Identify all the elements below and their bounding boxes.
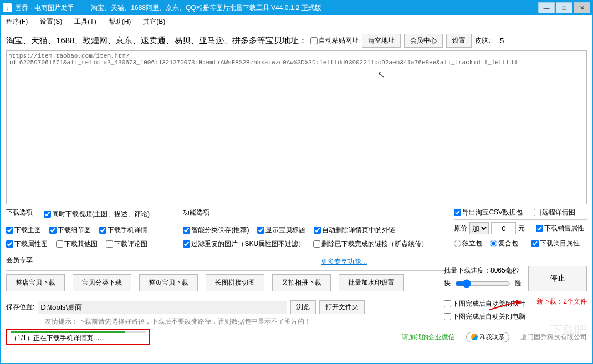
maximize-button[interactable]: □ <box>556 2 572 13</box>
func-opts-header: 功能选项 <box>183 208 448 217</box>
price-value-input[interactable] <box>491 222 516 234</box>
wechat-link[interactable]: 请加我的企业微信 <box>402 332 455 342</box>
settings-button[interactable]: 设置 <box>446 34 472 48</box>
member-center-button[interactable]: 会员中心 <box>404 34 443 48</box>
opt-review-img[interactable]: 下载评论图 <box>106 239 147 249</box>
opt-sales-attr[interactable]: 下载销售属性 <box>536 224 584 233</box>
opt-export-csv[interactable]: 导出淘宝CSV数据包 <box>454 208 523 217</box>
download-opts-header: 下载选项 <box>6 208 33 217</box>
stop-button[interactable]: 停止 <box>528 266 587 291</box>
watermark-button[interactable]: 批量加水印设置 <box>339 274 404 291</box>
skin-input[interactable] <box>494 35 510 47</box>
app-window: ↓ 固乔 - 电商图片助手 —— 淘宝、天猫、1688阿里、京东、QQ相册等图片… <box>0 0 593 364</box>
clear-url-button[interactable]: 清空地址 <box>362 34 401 48</box>
price-row: 原价 加 元 <box>454 222 525 234</box>
opt-show-title[interactable]: 显示宝贝标题 <box>257 225 305 235</box>
open-folder-button[interactable]: 打开文件夹 <box>319 300 365 314</box>
more-func-link[interactable]: 更多专享功能… <box>321 257 367 266</box>
opt-cat-attr[interactable]: 下载类目属性 <box>531 239 580 248</box>
menubar: 程序(F) 设置(S) 工具(T) 帮助(H) 其它(B) <box>1 15 592 29</box>
pkg-combo-radio[interactable]: 复合包 <box>490 239 518 248</box>
close-button[interactable]: ✕ <box>574 2 590 13</box>
opt-del-done[interactable]: 删除已下载完成的链接（断点续传） <box>313 239 428 249</box>
album-button[interactable]: 又拍相册下载 <box>272 274 331 291</box>
opt-mobile-detail[interactable]: 下载手机详情 <box>99 225 147 235</box>
url-textarea[interactable]: https://item.taobao.com/item.htm?id=6225… <box>6 50 587 204</box>
progress-bar <box>11 331 146 333</box>
menu-settings[interactable]: 设置(S) <box>40 17 62 27</box>
new-download-text: 新下载：2个文件 <box>536 297 587 321</box>
minimize-button[interactable]: — <box>538 2 555 13</box>
window-title: 固乔 - 电商图片助手 —— 淘宝、天猫、1688阿里、京东、QQ相册等图片批量… <box>15 3 321 13</box>
content: 淘宝、天猫、1688、敦煌网、京东、速卖通、易贝、亚马逊、拼多多等宝贝地址： 自… <box>1 29 592 363</box>
shop-all-button[interactable]: 整店宝贝下载 <box>6 274 65 291</box>
opt-remote-detail[interactable]: 远程详情图 <box>534 208 575 217</box>
menu-program[interactable]: 程序(F) <box>6 17 28 27</box>
titlebar: ↓ 固乔 - 电商图片助手 —— 淘宝、天猫、1688阿里、京东、QQ相册等图片… <box>1 1 592 15</box>
opt-auto-del-ext[interactable]: 自动删除详情页中的外链 <box>314 225 395 235</box>
url-label: 淘宝、天猫、1688、敦煌网、京东、速卖通、易贝、亚马逊、拼多多等宝贝地址： <box>6 35 307 46</box>
speed-slider[interactable] <box>455 279 510 288</box>
close-pc-checkbox[interactable]: 下图完成后自动关闭电脑 <box>444 312 525 321</box>
window-controls: — □ ✕ <box>537 2 590 13</box>
save-label: 保存位置: <box>6 303 34 312</box>
opt-filter-dup[interactable]: 过滤重复的图片（SKU属性图不过滤） <box>183 239 305 249</box>
save-path-input[interactable] <box>38 301 287 314</box>
progress-text: （1/1）正在下载手机详情页…… <box>11 334 146 343</box>
long-img-button[interactable]: 长图拼接切图 <box>206 274 264 291</box>
contact-badge[interactable]: 和我联系 <box>466 332 509 342</box>
progress-box: （1/1）正在下载手机详情页…… <box>6 329 150 345</box>
member-header: 会员专享 <box>6 255 33 265</box>
by-cat-button[interactable]: 宝贝分类下载 <box>73 274 131 291</box>
url-row: 淘宝、天猫、1688、敦煌网、京东、速卖通、易贝、亚马逊、拼多多等宝贝地址： 自… <box>6 34 587 48</box>
price-op-select[interactable]: 加 <box>469 222 489 234</box>
member-section: 会员专享 更多专享功能… 整店宝贝下载 宝贝分类下载 整页宝贝下载 长图拼接切图… <box>6 255 587 326</box>
menu-help[interactable]: 帮助(H) <box>109 17 131 27</box>
opt-prop-img[interactable]: 下载属性图 <box>6 239 48 249</box>
speed-section: 批量下载速度：8065毫秒 快 慢 <box>444 266 522 288</box>
company-text: 厦门固乔科技有限公司 <box>520 332 587 342</box>
browse-button[interactable]: 浏览 <box>290 300 316 314</box>
skin-label: 皮肤: <box>475 36 490 45</box>
opt-detail-img[interactable]: 下载细节图 <box>49 225 91 235</box>
page-all-button[interactable]: 整页宝贝下载 <box>139 274 198 291</box>
opt-video[interactable]: 同时下载视频(主图、描述、评论) <box>44 208 150 221</box>
menu-other[interactable]: 其它(B) <box>143 17 165 27</box>
hint-text: 友情提示：下载前请先选择好路径，下载后不要改变路径，否则数据包中显示不了图片的！ <box>45 317 444 326</box>
auto-paste-checkbox[interactable]: 自动粘贴网址 <box>310 36 359 45</box>
opt-other-img[interactable]: 下载其他图 <box>56 239 98 249</box>
opt-smart-save[interactable]: 智能分类保存(推荐) <box>183 225 249 235</box>
pkg-single-radio[interactable]: 独立包 <box>454 239 482 248</box>
close-soft-checkbox[interactable]: 下图完成后自动关闭软件 <box>444 299 525 309</box>
opt-main-img[interactable]: 下载主图 <box>6 225 41 235</box>
menu-tools[interactable]: 工具(T) <box>74 17 96 27</box>
app-icon: ↓ <box>3 3 12 12</box>
status-bar: （1/1）正在下载手机详情页…… 请加我的企业微信 和我联系 厦门固乔科技有限公… <box>6 329 587 345</box>
save-row: 保存位置: 浏览 打开文件夹 <box>6 300 444 314</box>
options-area: 下载选项 同时下载视频(主图、描述、评论) 下载主图 下载细节图 下载手机详情 … <box>6 208 587 249</box>
speed-label: 批量下载速度：8065毫秒 <box>444 266 522 275</box>
